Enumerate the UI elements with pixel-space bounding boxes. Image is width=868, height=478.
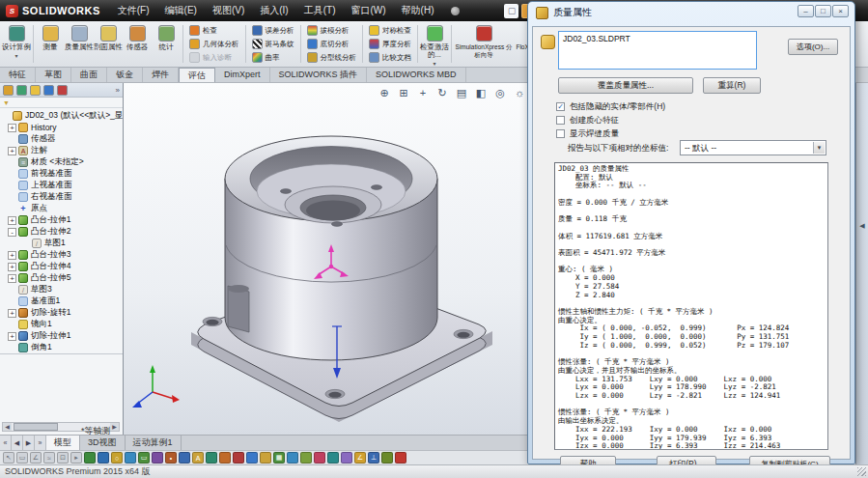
expander-icon[interactable] [8,182,16,190]
tree-item[interactable]: + A 注解 [0,145,123,156]
ribbon-item[interactable]: 曲率 [252,52,294,63]
expander-icon[interactable]: + [8,216,16,225]
menu-item[interactable]: 文件(F) [110,0,157,21]
ribbon-item[interactable]: 斑马条纹 [252,39,294,49]
expander-icon[interactable] [8,321,16,329]
coordinate-system-dropdown[interactable]: -- 默认 -- ▼ [680,140,826,155]
expander-icon[interactable] [21,239,30,248]
document-tab[interactable]: 运动算例1 [126,436,182,450]
ribbon-button[interactable]: 剖面属性 [94,21,123,67]
expander-icon[interactable] [8,286,16,295]
expander-icon[interactable]: + [8,274,16,283]
expander-icon[interactable]: + [8,263,16,271]
ribbon-item[interactable]: 厚度分析 [369,39,411,49]
displaymanager-tab-icon[interactable] [57,85,68,96]
offset-entities-icon[interactable] [219,452,231,464]
tree-item[interactable]: + 原点 [0,203,123,214]
checkbox[interactable] [556,129,565,138]
tree-item[interactable]: - 凸台-拉伸2 [0,226,123,238]
ribbon-item[interactable]: 检查 [189,25,239,36]
rotate-view-icon[interactable]: ↻ [434,85,450,100]
checkbox[interactable]: ✓ [556,102,565,111]
relations-icon[interactable]: ⊥ [368,452,379,464]
extend-entities-icon[interactable] [246,452,258,464]
checkbox-row[interactable]: 创建质心特征 [556,114,665,127]
view-orientation-icon[interactable]: ▤ [454,85,469,100]
tree-item[interactable]: + History [0,122,123,133]
propertymanager-tab-icon[interactable] [16,85,27,96]
new-document-icon[interactable]: ▢ [504,4,518,18]
tree-item[interactable]: 基准面1 [0,295,123,307]
tree-item[interactable]: + 切除-拉伸1 [0,330,123,342]
convert-entities-icon[interactable] [206,452,217,464]
text-icon[interactable]: A [192,452,204,464]
recalculate-button[interactable]: 重算(R) [703,77,761,94]
tree-item[interactable]: + 切除-旋转1 [0,307,123,319]
command-tab[interactable]: 特征 [0,68,36,82]
spline-tool-icon[interactable]: ≈ [43,452,55,464]
selected-items-listbox[interactable]: JD02_03.SLDPRT [558,31,757,70]
command-tab[interactable]: 评估 [179,68,215,82]
command-tab[interactable]: DimXpert [215,68,270,82]
scrollbar-thumb[interactable] [14,423,58,431]
ribbon-button[interactable]: 质量属性 [65,21,94,67]
menu-item[interactable]: 帮助(H) [394,0,442,21]
command-tab[interactable]: 焊件 [143,68,179,82]
quick-snaps-icon[interactable] [327,452,339,464]
line-icon[interactable] [98,452,109,464]
minimize-button[interactable]: – [798,5,814,17]
dialog-title-bar[interactable]: 质量属性 [536,6,592,19]
checkbox-row[interactable]: ✓ 包括隐藏的实体/零部件(H) [556,100,665,113]
pointer-tool-icon[interactable]: ▸ [70,452,82,464]
sketch-icon[interactable] [84,452,96,464]
ribbon-item[interactable]: 底切分析 [307,39,357,49]
ribbon-item[interactable]: 分型线分析 [307,52,357,63]
panel-expand-icon[interactable]: » [116,86,120,95]
ribbon-item[interactable]: 几何体分析 [189,39,239,49]
menu-item[interactable]: 插入(I) [252,0,295,21]
tree-item[interactable]: 镜向1 [0,319,123,330]
rectangle-icon[interactable]: ▭ [138,452,150,464]
document-tab[interactable]: 3D视图 [80,436,126,450]
display-style-icon[interactable]: ◧ [473,85,489,100]
menu-item[interactable]: 编辑(E) [157,0,205,21]
dimxpert-tab-icon[interactable] [43,85,54,96]
mirror-entities-icon[interactable] [260,452,271,464]
menu-item[interactable]: 工具(T) [296,0,344,21]
ribbon-item[interactable]: 误差分析 [252,25,294,36]
tree-item[interactable]: JD02_03 (默认<<默认>_显示状 [0,110,123,122]
options-button[interactable]: 选项(O)... [788,39,838,55]
ribbon-item[interactable]: 拔模分析 [307,25,357,36]
select-tool-icon[interactable]: ↖ [3,452,14,464]
command-tab[interactable]: 草图 [36,68,71,82]
trim-entities-icon[interactable] [233,452,244,464]
mass-properties-report[interactable]: JD02_03 的质量属性 配置: 默认 坐标系: -- 默认 -- 密度 = … [554,162,828,450]
ribbon-button[interactable]: 传感器 [123,21,152,67]
expander-icon[interactable] [8,193,16,202]
tab-scroll-left-icon[interactable]: ◀ [12,436,23,450]
tree-item[interactable]: + 凸台-拉伸3 [0,249,123,261]
check-active-document-button[interactable]: 检查激活的... ▾ [420,21,449,67]
expander-icon[interactable] [8,344,16,352]
expander-icon[interactable]: + [8,251,16,260]
pan-icon[interactable]: + [415,85,431,100]
tab-scroll-last-icon[interactable]: » [35,436,46,450]
tree-item[interactable]: 传感器 [0,133,123,145]
tree-item[interactable]: 上视基准面 [0,180,123,191]
tree-item[interactable]: / 草图3 [0,284,123,295]
pin-icon[interactable] [451,7,460,15]
resize-grip[interactable] [857,467,866,476]
ribbon-item[interactable]: 对称检查 [369,25,411,36]
menu-item[interactable]: 视图(V) [205,0,252,21]
tree-item[interactable]: + 凸台-拉伸4 [0,261,123,272]
tree-item[interactable]: / 草图1 [0,238,123,249]
ribbon-button[interactable]: 测量 [36,21,65,67]
design-study-button[interactable]: 设计算例 ▾ [2,21,31,67]
instant2d-icon[interactable] [395,452,406,464]
centerline-icon[interactable] [179,452,190,464]
command-tab[interactable]: SOLIDWORKS 插件 [270,68,368,82]
expander-icon[interactable] [8,205,16,213]
tab-scroll-first-icon[interactable]: « [0,436,12,450]
expander-icon[interactable]: - [8,228,16,237]
zoom-area-icon[interactable]: ⊞ [396,85,411,100]
